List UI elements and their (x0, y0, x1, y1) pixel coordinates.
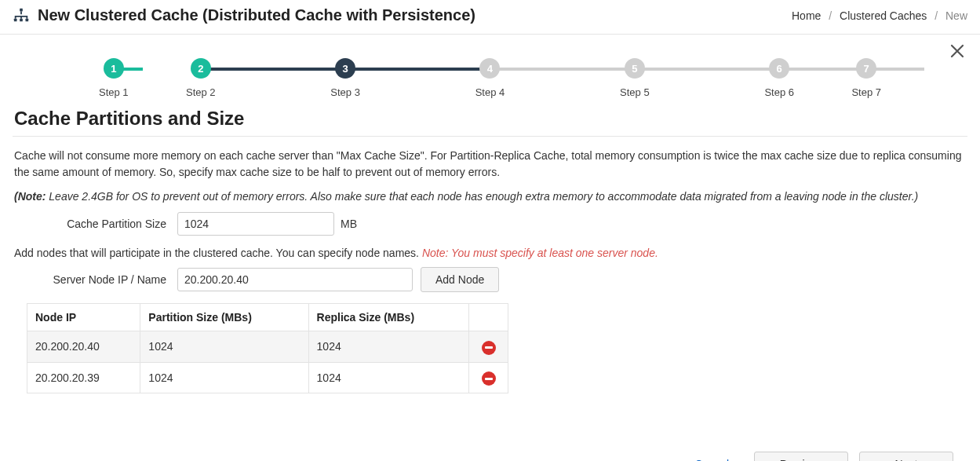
step-connector (490, 68, 634, 71)
step-4[interactable]: 4Step 4 (417, 58, 562, 98)
add-node-button[interactable]: Add Node (421, 267, 499, 292)
step-label: Step 7 (851, 86, 881, 98)
server-node-label: Server Node IP / Name (13, 273, 177, 286)
step-label: Step 6 (764, 86, 794, 98)
col-actions (469, 304, 508, 331)
remove-node-icon[interactable] (482, 371, 496, 386)
breadcrumb-caches[interactable]: Clustered Caches (840, 9, 927, 22)
close-icon[interactable] (945, 39, 969, 63)
svg-rect-3 (26, 18, 29, 21)
previous-button[interactable]: Previous (754, 452, 848, 461)
breadcrumb: Home / Clustered Caches / New (792, 9, 967, 22)
partition-size-unit: MB (341, 218, 357, 230)
step-7[interactable]: 7Step 7 (851, 58, 881, 98)
step-circle: 4 (479, 58, 500, 79)
svg-rect-2 (20, 18, 23, 21)
col-partition-size: Partition Size (MBs) (140, 304, 308, 331)
step-label: Step 5 (620, 86, 650, 98)
step-6[interactable]: 6Step 6 (707, 58, 851, 98)
breadcrumb-current: New (945, 9, 967, 22)
svg-rect-0 (20, 8, 23, 11)
section-title: Cache Partitions and Size (14, 108, 966, 130)
step-2[interactable]: 2Step 2 (129, 58, 273, 98)
step-label: Step 4 (475, 86, 505, 98)
col-node-ip: Node IP (27, 304, 140, 331)
breadcrumb-home[interactable]: Home (792, 9, 821, 22)
step-1[interactable]: 1Step 1 (99, 58, 129, 98)
table-row: 20.200.20.4010241024 (27, 331, 508, 363)
next-button[interactable]: Next (859, 452, 953, 461)
step-circle: 6 (769, 58, 789, 79)
wizard-stepper: 1Step 12Step 23Step 34Step 45Step 56Step… (99, 58, 881, 98)
partition-size-input[interactable] (177, 212, 334, 236)
svg-rect-1 (14, 18, 17, 21)
table-row: 20.200.20.3910241024 (27, 362, 508, 393)
divider (13, 136, 967, 137)
cell-replica-size: 1024 (308, 362, 468, 393)
cell-replica-size: 1024 (308, 331, 468, 363)
step-5[interactable]: 5Step 5 (563, 58, 707, 98)
page-title: New Clustered Cache (Distributed Cache w… (38, 6, 475, 24)
step-circle: 3 (335, 58, 355, 79)
step-circle: 1 (104, 58, 124, 79)
step-circle: 5 (625, 58, 645, 79)
step-label: Step 1 (99, 86, 129, 98)
step-3[interactable]: 3Step 3 (273, 58, 417, 98)
sitemap-icon (13, 7, 30, 24)
step-circle: 2 (191, 58, 211, 79)
step-connector (345, 68, 490, 71)
note-text: (Note: Leave 2.4GB for OS to prevent out… (13, 190, 967, 203)
cell-action (469, 331, 508, 363)
step-connector (635, 68, 779, 71)
cell-partition-size: 1024 (140, 331, 308, 363)
description-text: Cache will not consume more memory on ea… (13, 148, 967, 181)
step-connector (201, 68, 345, 71)
step-label: Step 2 (186, 86, 216, 98)
cell-action (469, 362, 508, 393)
col-replica-size: Replica Size (MBs) (308, 304, 468, 331)
server-node-input[interactable] (177, 268, 413, 291)
cell-node-ip: 20.200.20.39 (27, 362, 140, 393)
step-circle: 7 (856, 58, 876, 79)
cancel-button[interactable]: Cancel (694, 458, 729, 461)
step-connector (779, 68, 924, 71)
step-label: Step 3 (330, 86, 360, 98)
cell-partition-size: 1024 (140, 362, 308, 393)
remove-node-icon[interactable] (482, 341, 496, 355)
add-nodes-text: Add nodes that will participate in the c… (13, 247, 967, 259)
partition-size-label: Cache Partition Size (13, 218, 177, 230)
cell-node-ip: 20.200.20.40 (27, 331, 140, 363)
nodes-table: Node IP Partition Size (MBs) Replica Siz… (27, 303, 508, 393)
